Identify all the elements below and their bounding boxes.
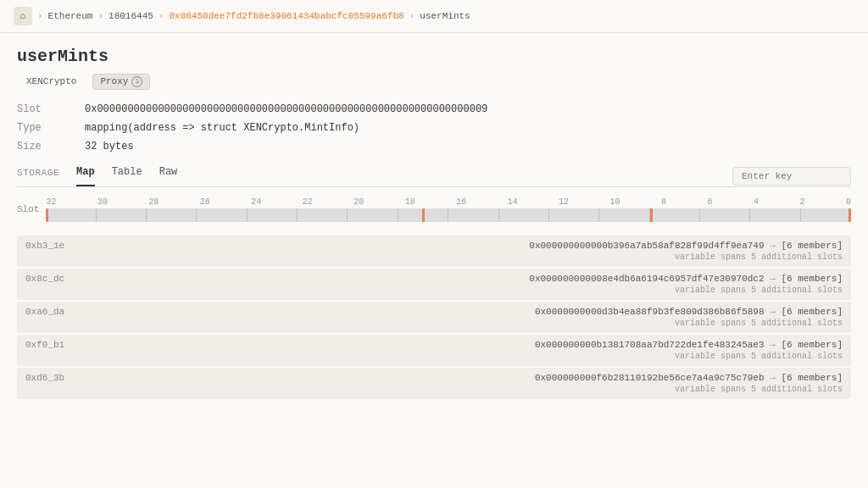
table-row: 0xb3_1e 0x000000000000b396a7ab58af828f99… <box>17 236 851 267</box>
breadcrumb-sep-3: › <box>159 11 164 21</box>
row-value: 0x000000000008e4db6a6194c6957df47e30970d… <box>76 274 843 284</box>
row-slot-label: 0xa6_da <box>25 307 76 317</box>
row-slot-label: 0xd6_3b <box>25 373 76 383</box>
field-type-label: Type <box>17 122 85 134</box>
proxy-label: Proxy <box>100 76 128 86</box>
row-sub: variable spans 5 additional slots <box>25 385 843 394</box>
ruler-highlight-4 <box>849 208 851 222</box>
row-value: 0x000000000b1381708aa7bd722de1fe483245ae… <box>76 340 843 350</box>
field-size-label: Size <box>17 141 85 152</box>
storage-tab-map[interactable]: Map <box>76 166 95 186</box>
table-row: 0x8c_dc 0x000000000008e4db6a6194c6957df4… <box>17 269 851 300</box>
table-row: 0xd6_3b 0x000000000f6b28110192be56ce7a4a… <box>17 368 851 399</box>
field-size-value: 32 bytes <box>85 141 134 152</box>
row-sub: variable spans 5 additional slots <box>25 286 843 295</box>
row-sub: variable spans 5 additional slots <box>25 352 843 361</box>
main-content: userMints XENCrypto Proxy i Slot 0x00000… <box>0 33 868 414</box>
home-icon: ⌂ <box>20 11 26 21</box>
row-slot-label: 0xb3_1e <box>25 241 76 251</box>
ruler-highlight-2 <box>422 208 425 222</box>
row-value: 0x0000000000d3b4ea88f9b3fe809d386b86f589… <box>76 307 843 317</box>
field-slot-value: 0x00000000000000000000000000000000000000… <box>85 103 487 115</box>
enter-key-input[interactable] <box>732 167 851 186</box>
row-slot-label: 0x8c_dc <box>25 274 76 284</box>
breadcrumb-address[interactable]: 0x06450dee7fd2fb8e39061434babcfc05599a6f… <box>169 11 403 21</box>
page-title: userMints <box>17 47 851 66</box>
breadcrumb-page: userMints <box>420 11 470 21</box>
row-value: 0x000000000f6b28110192be56ce7a4a9c75c79e… <box>76 373 843 383</box>
table-row: 0xf0_b1 0x000000000b1381708aa7bd722de1fe… <box>17 335 851 366</box>
ruler-highlight-3 <box>650 208 653 222</box>
breadcrumb-sep-4: › <box>409 11 415 21</box>
row-sub: variable spans 5 additional slots <box>25 319 843 328</box>
field-slot: Slot 0x000000000000000000000000000000000… <box>17 103 851 115</box>
breadcrumb-block: 18016445 <box>108 11 153 21</box>
proxy-info-icon[interactable]: i <box>131 76 142 87</box>
fields-section: Slot 0x000000000000000000000000000000000… <box>17 103 851 152</box>
field-type-value: mapping(address => struct XENCrypto.Mint… <box>85 122 359 134</box>
field-type: Type mapping(address => struct XENCrypto… <box>17 122 851 134</box>
storage-header: STORAGE Map Table Raw <box>17 166 851 187</box>
breadcrumb-sep-2: › <box>97 11 103 21</box>
storage-tab-table[interactable]: Table <box>112 166 142 186</box>
slot-row-label: Slot <box>17 204 39 214</box>
row-value: 0x000000000000b396a7ab58af828f99d4ff9ea7… <box>76 241 843 251</box>
table-row: 0xa6_da 0x0000000000d3b4ea88f9b3fe809d38… <box>17 302 851 333</box>
storage-tab-raw[interactable]: Raw <box>159 166 178 186</box>
home-button[interactable]: ⌂ <box>14 7 32 25</box>
field-slot-label: Slot <box>17 103 85 115</box>
tab-xencrypto[interactable]: XENCrypto <box>17 73 86 90</box>
field-size: Size 32 bytes <box>17 141 851 152</box>
slot-section: Slot 32 30 28 26 24 22 20 18 16 14 12 10… <box>17 197 851 222</box>
ruler-highlight-1 <box>46 208 48 222</box>
proxy-badge: Proxy i <box>92 74 150 90</box>
breadcrumb: ⌂ › Ethereum › 18016445 › 0x06450dee7fd2… <box>0 0 868 33</box>
breadcrumb-sep-1: › <box>37 11 43 21</box>
breadcrumb-network: Ethereum <box>48 11 93 21</box>
tab-row: XENCrypto Proxy i <box>17 73 851 90</box>
row-sub: variable spans 5 additional slots <box>25 252 843 262</box>
row-slot-label: 0xf0_b1 <box>25 340 76 350</box>
ruler-bar <box>46 208 851 222</box>
ruler-numbers: 32 30 28 26 24 22 20 18 16 14 12 10 8 6 … <box>46 197 851 207</box>
storage-label: STORAGE <box>17 168 59 185</box>
data-rows: 0xb3_1e 0x000000000000b396a7ab58af828f99… <box>17 236 851 399</box>
